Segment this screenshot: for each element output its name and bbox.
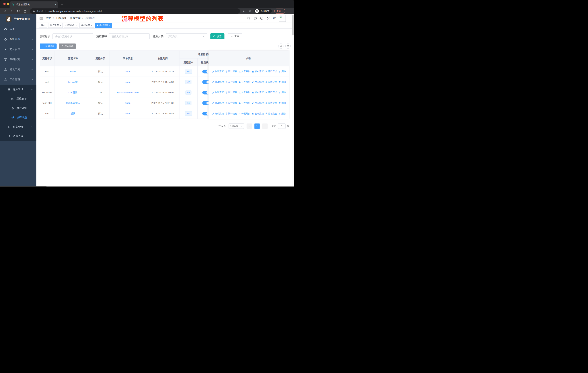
process-definition-link[interactable]: 流程定义 [265,112,277,115]
design-process-link[interactable]: 设计流程 [225,80,237,83]
fullscreen-icon[interactable] [267,17,270,20]
tag-my-process[interactable]: 我的流程× [64,23,78,28]
tab-close-icon[interactable]: × [55,3,56,6]
form-link[interactable]: biubiu [125,112,131,115]
tag-tenant[interactable]: 租户管理× [48,23,63,28]
form-link[interactable]: biubiu [125,81,131,83]
modify-process-link[interactable]: 修改流程 [212,80,224,83]
font-size-icon[interactable]: tT [273,17,276,20]
assign-rule-link[interactable]: 分配规则 [239,91,251,94]
goto-page-input[interactable] [278,123,286,129]
form-link[interactable]: /bpm/oa/leave/create [116,91,139,94]
delete-link[interactable]: 删除 [279,91,286,94]
modify-process-link[interactable]: 修改流程 [212,91,224,94]
breadcrumb-item[interactable]: 首页 [46,17,51,20]
delete-link[interactable]: 删除 [279,112,286,115]
assign-rule-link[interactable]: 分配规则 [239,80,251,83]
tag-close-icon[interactable]: × [60,24,61,26]
sidebar-collapse-icon[interactable] [39,16,43,20]
sidebar-item-process-form[interactable]: 流程表单 [0,94,36,103]
tag-home[interactable]: 首页 [39,23,47,28]
prev-page-button[interactable]: ‹ [247,123,252,129]
design-process-link[interactable]: 设计流程 [225,70,237,73]
sidebar-item-devtools[interactable]: 研发工具 [0,64,36,75]
sidebar-item-task-manage[interactable]: 任务管理 [0,122,36,131]
reset-button[interactable]: 重置 [228,33,242,39]
assign-rule-link[interactable]: 分配规则 [239,70,251,73]
sidebar-item-user-group[interactable]: 用户分组 [0,103,36,113]
publish-process-link[interactable]: 发布流程 [252,112,264,115]
assign-rule-link[interactable]: 分配规则 [239,101,251,105]
tag-close-icon[interactable]: × [109,24,110,26]
sidebar-item-system[interactable]: 系统管理 [0,34,36,44]
address-bar[interactable]: 不安全 dashboard.yudao.iocoder.cn/bpm/manag… [30,8,240,14]
refresh-table-button[interactable] [285,43,291,49]
minimize-window-button[interactable] [7,3,9,5]
design-process-link[interactable]: 设计流程 [225,112,237,115]
forward-icon[interactable] [10,10,13,13]
back-icon[interactable] [4,10,7,13]
process-definition-link[interactable]: 流程定义 [265,91,277,94]
delete-link[interactable]: 删除 [279,70,286,73]
tag-process-model[interactable]: 流程模型× [95,23,112,28]
process-definition-link[interactable]: 流程定义 [265,80,277,83]
sidebar-item-process-manage[interactable]: 流程管理 [0,85,36,94]
search-icon[interactable] [247,17,250,20]
process-name-link[interactable]: OA 请假 [69,91,77,94]
process-name-link[interactable]: 滔博 [71,112,75,115]
search-button[interactable]: 搜索 [210,33,224,39]
process-definition-link[interactable]: 流程定义 [265,101,277,105]
tag-process-form[interactable]: 流程表单× [79,23,94,28]
process-definition-link[interactable]: 流程定义 [265,70,277,73]
sidebar-item-process-model[interactable]: 流程模型 [0,113,36,122]
publish-process-link[interactable]: 发布流程 [252,80,264,83]
caret-down-icon[interactable] [289,17,291,19]
sidebar-item-infra[interactable]: 基础设施 [0,54,36,64]
modify-process-link[interactable]: 修改流程 [212,70,224,73]
browser-tab[interactable]: 芋道管理系统 × [10,1,58,8]
home-icon[interactable] [23,10,26,13]
process-name-link[interactable]: 测试多审批人 [66,101,80,105]
breadcrumb-item[interactable]: 工作流程 [55,17,66,20]
breadcrumb-item[interactable]: 流程管理 [70,17,81,20]
process-id-input[interactable] [52,33,93,39]
import-process-button[interactable]: 导入流程 [59,43,76,49]
browser-update-button[interactable]: 更新 [274,9,285,14]
sidebar-item-payment[interactable]: ¥ 支付管理 [0,44,36,54]
publish-process-link[interactable]: 发布流程 [252,91,264,94]
form-link[interactable]: biubiu [125,70,131,73]
sidebar-item-leave-query[interactable]: 请假查询 [0,131,36,141]
category-select[interactable]: 流程分类 [166,33,207,39]
publish-process-link[interactable]: 发布流程 [252,70,264,73]
reload-icon[interactable] [17,10,20,13]
delete-link[interactable]: 删除 [279,101,286,105]
tag-close-icon[interactable]: × [75,24,77,26]
browser-menu-icon[interactable] [283,10,283,12]
avatar[interactable] [279,15,286,22]
delete-link[interactable]: 删除 [279,80,286,83]
publish-process-link[interactable]: 发布流程 [252,101,264,105]
design-process-link[interactable]: 设计流程 [225,101,237,105]
tag-close-icon[interactable]: × [91,24,92,26]
process-name-link[interactable]: 自己审批 [68,80,78,84]
assign-rule-link[interactable]: 分配规则 [239,112,251,115]
close-window-button[interactable] [3,3,6,5]
page-size-select[interactable]: 10条/页 [229,123,244,129]
bookmark-star-icon[interactable] [248,10,252,13]
form-link[interactable]: biubiu [125,102,131,104]
next-page-button[interactable]: › [262,123,268,129]
modify-process-link[interactable]: 修改流程 [212,112,224,115]
sidebar-item-home[interactable]: 首页 [0,24,36,34]
sidebar-item-workflow[interactable]: 工作流程 [0,74,36,85]
new-tab-button[interactable]: + [61,2,63,7]
modify-process-link[interactable]: 修改流程 [212,101,224,105]
design-process-link[interactable]: 设计流程 [225,91,237,94]
process-name-input[interactable] [109,33,150,39]
help-icon[interactable]: ? [260,17,263,20]
toggle-search-button[interactable] [278,43,284,49]
create-process-button[interactable]: 新建流程 [40,43,57,49]
scrollbar-thumb[interactable] [292,15,294,35]
current-page-button[interactable]: 1 [254,123,260,129]
process-name-link[interactable]: eeee [70,70,76,73]
key-icon[interactable] [243,10,246,13]
